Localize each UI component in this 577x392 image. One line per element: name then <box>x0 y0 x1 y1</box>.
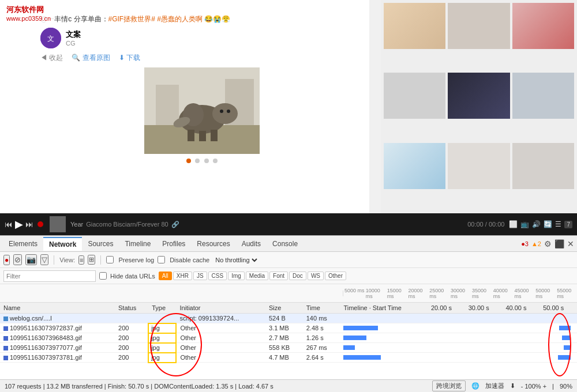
view-list-button[interactable]: ≡ <box>78 255 84 265</box>
watermark-title: 河东软件网 <box>6 5 51 15</box>
svg-point-9 <box>212 103 238 124</box>
zoom-in-button[interactable]: + <box>543 383 546 390</box>
tab-timeline[interactable]: Timeline <box>119 238 156 250</box>
throttle-select[interactable]: No throttling GPRS Regular 2G Good 2G Re… <box>213 256 259 264</box>
tab-sources[interactable]: Sources <box>82 238 119 250</box>
tab-profiles[interactable]: Profiles <box>156 238 191 250</box>
table-row[interactable]: 109951163073973781.gif 200 jpg Other 4.7… <box>0 353 577 363</box>
media-time: 00:00 / 00:00 <box>467 221 504 228</box>
cell-initiator: Other <box>176 333 265 343</box>
thumb-2 <box>448 3 509 49</box>
filter-button[interactable]: ▽ <box>40 254 48 265</box>
download-icon: ⬇ <box>510 382 515 390</box>
media-next-button[interactable]: ⏭ <box>25 220 33 229</box>
filter-other-button[interactable]: Other <box>325 272 346 280</box>
cell-type: jpg <box>148 343 176 353</box>
browser-content-area: 河东软件网 www.pc0359.cn @一丰情c 分享单曲：#GIF拯救世界#… <box>0 0 577 213</box>
filter-js-button[interactable]: JS <box>193 272 207 280</box>
post-username: 文案 <box>66 29 81 40</box>
tab-console[interactable]: Console <box>267 238 304 250</box>
separator-1 <box>54 255 54 265</box>
filter-font-button[interactable]: Font <box>269 272 288 280</box>
network-table-wrap[interactable]: Name Status Type Initiator Size Time Tim… <box>0 303 577 379</box>
cell-timeline-bar <box>340 323 427 333</box>
media-cast-button[interactable]: 📺 <box>520 220 529 228</box>
media-play-button[interactable]: ▶ <box>15 218 23 231</box>
camera-button[interactable]: 📷 <box>25 254 37 265</box>
dot-1 <box>186 159 191 163</box>
action-collapse[interactable]: ◀ 收起 <box>40 53 63 63</box>
media-repeat-button[interactable]: 🔄 <box>544 220 552 228</box>
disable-cache-checkbox[interactable] <box>158 256 165 263</box>
filter-media-button[interactable]: Media <box>246 272 268 280</box>
cell-time: 2.64 s <box>303 353 340 363</box>
marker-30000: 30000 ms <box>449 288 471 299</box>
media-thumbnail <box>50 216 66 232</box>
hide-data-urls-checkbox[interactable] <box>99 272 107 280</box>
filter-input[interactable] <box>3 270 96 282</box>
post-hashtag-2: #愚蠢的人类啊 <box>157 15 203 23</box>
media-prev-button[interactable]: ⏮ <box>5 220 13 229</box>
table-row[interactable]: weblog.csn/....l script: 0991339724... 5… <box>0 314 577 323</box>
action-view-original[interactable]: 🔍 查看原图 <box>72 53 110 63</box>
gif-container <box>40 67 364 165</box>
tab-resources[interactable]: Resources <box>191 238 235 250</box>
right-thumbnails <box>381 0 577 213</box>
thumb-6 <box>512 73 574 119</box>
network-filter-toolbar: Hide data URLs All XHR JS CSS Img Media … <box>0 268 577 284</box>
cell-bar-right <box>428 333 577 343</box>
col-initiator: Initiator <box>176 303 265 314</box>
cell-initiator: Other <box>176 323 265 333</box>
zoom-out-button[interactable]: - <box>521 383 523 390</box>
marker-25000: 25000 ms <box>428 288 449 299</box>
cell-time: 2.48 s <box>303 323 340 333</box>
media-record-indicator <box>38 221 43 227</box>
filter-all-button[interactable]: All <box>159 272 172 280</box>
network-toolbar: ● ⊘ 📷 ▽ View: ≡ ⊞ Preserve log Disable c… <box>0 252 577 268</box>
devtools-settings-button[interactable]: ⚙ <box>544 239 552 248</box>
accelerate-button[interactable]: 加速器 <box>485 382 504 390</box>
media-menu-button[interactable]: ☰ <box>555 220 561 228</box>
tab-network[interactable]: Network <box>43 237 82 251</box>
cell-initiator: Other <box>176 343 265 353</box>
table-row[interactable]: 109951163073977077.gif 200 jpg Other 558… <box>0 343 577 353</box>
table-row[interactable]: 109951163073968483.gif 200 jpg Other 2.7… <box>0 333 577 343</box>
filter-ws-button[interactable]: WS <box>308 272 324 280</box>
clear-button[interactable]: ⊘ <box>13 254 22 265</box>
status-text: 107 requests | 13.2 MB transferred | Fin… <box>5 383 273 390</box>
globe-icon: 🌐 <box>471 382 479 390</box>
cell-status: 200 <box>115 333 148 343</box>
disable-cache-label: Disable cache <box>170 257 209 263</box>
thumb-9 <box>512 143 574 189</box>
record-button[interactable]: ● <box>3 255 10 265</box>
table-row[interactable]: 109951163073972837.gif 200 jpg Other 3.1… <box>0 323 577 333</box>
col-t50: 50.00 s <box>539 303 577 314</box>
cell-size: 558 KB <box>265 343 303 353</box>
filter-img-button[interactable]: Img <box>228 272 245 280</box>
col-t40: 40.00 s <box>502 303 539 314</box>
tab-elements[interactable]: Elements <box>3 238 43 250</box>
filter-xhr-button[interactable]: XHR <box>173 272 192 280</box>
view-detail-button[interactable]: ⊞ <box>88 255 95 265</box>
media-volume-button[interactable]: 🔊 <box>532 220 541 228</box>
hide-data-urls-label: Hide data URLs <box>110 273 155 280</box>
cell-status: 200 <box>115 343 148 353</box>
cell-size: 4.7 MB <box>265 353 303 363</box>
action-download[interactable]: ⬇ 下载 <box>119 53 140 63</box>
cell-time: 140 ms <box>303 314 340 323</box>
tab-audits[interactable]: Audits <box>236 238 267 250</box>
devtools-dock-button[interactable]: ⬛ <box>554 239 564 248</box>
devtools-status-icons: ●3 ▲2 ⚙ ⬛ ✕ <box>521 239 574 248</box>
filter-css-button[interactable]: CSS <box>208 272 227 280</box>
timeline-left-spacer <box>0 291 343 296</box>
error-badge: ●3 <box>521 240 529 247</box>
status-bar: 107 requests | 13.2 MB transferred | Fin… <box>0 379 577 392</box>
preserve-log-checkbox[interactable] <box>106 256 114 263</box>
devtools-close-button[interactable]: ✕ <box>567 239 574 248</box>
media-badge: 7 <box>564 221 572 228</box>
media-screenshot-button[interactable]: ⬜ <box>509 220 518 228</box>
browse-button[interactable]: 跨境浏览 <box>432 380 466 391</box>
cell-status: 200 <box>115 353 148 363</box>
filter-doc-button[interactable]: Doc <box>289 272 306 280</box>
thumb-5 <box>448 73 509 119</box>
